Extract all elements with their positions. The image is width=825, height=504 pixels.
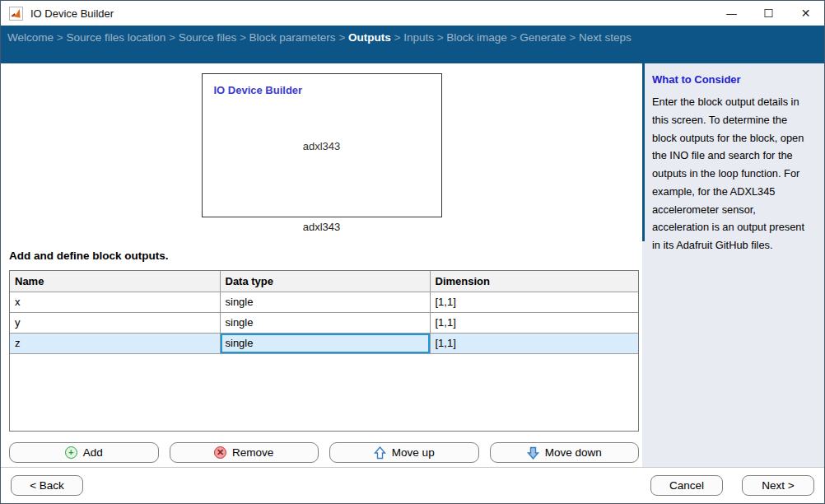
table-cell[interactable]: single [220,292,430,312]
table-row[interactable]: zsingle[1,1] [10,333,639,353]
arrow-up-icon [374,446,386,460]
outputs-table-body: xsingle[1,1]ysingle[1,1]zsingle[1,1] [10,292,639,353]
breadcrumb-item-block-parameters: Block parameters [249,31,336,44]
remove-button-label: Remove [232,446,273,459]
add-button-label: Add [83,446,103,459]
breadcrumb-item-source-files-location: Source files location [66,31,165,44]
help-sidebar: What to Consider Enter the block output … [642,63,824,467]
window-title: IO Device Builder [30,7,114,20]
breadcrumb-separator: > [434,31,446,44]
window-controls: — ☐ ✕ [713,1,824,26]
breadcrumb-item-block-image: Block image [446,31,507,44]
arrow-down-icon [527,446,539,460]
table-cell[interactable]: single [220,312,430,333]
main-panel: IO Device Builder adxl343 adxl343 Add an… [1,63,642,467]
move-up-button-label: Move up [392,446,435,459]
breadcrumb-separator: > [507,31,520,44]
minimize-button[interactable]: — [713,1,750,26]
breadcrumb-item-outputs: Outputs [348,31,391,44]
table-row[interactable]: ysingle[1,1] [10,312,639,333]
move-down-button-label: Move down [545,446,602,459]
footer-right: Cancel Next > [650,475,814,496]
table-cell[interactable]: [1,1] [430,333,639,353]
block-preview-label: adxl343 [303,139,341,152]
breadcrumb-item-generate: Generate [520,31,566,44]
close-button[interactable]: ✕ [787,1,824,26]
sidebar-title: What to Consider [652,73,814,86]
matlab-app-icon [9,7,23,21]
breadcrumb: Welcome > Source files location > Source… [1,26,824,63]
remove-icon: ✕ [214,446,226,459]
column-header-data-type[interactable]: Data type [220,271,430,292]
breadcrumb-separator: > [336,31,348,44]
column-header-dimension[interactable]: Dimension [430,271,639,292]
move-down-button[interactable]: Move down [490,442,640,463]
move-up-button[interactable]: Move up [329,442,479,463]
table-actions: + Add ✕ Remove Move up Mov [9,442,639,463]
table-cell[interactable]: single [220,333,430,353]
breadcrumb-separator: > [236,31,249,44]
body: IO Device Builder adxl343 adxl343 Add an… [1,63,824,467]
table-header-row: Name Data type Dimension [10,271,639,292]
remove-button[interactable]: ✕ Remove [170,442,319,463]
add-icon: + [65,446,77,459]
breadcrumb-separator: > [391,31,403,44]
next-button[interactable]: Next > [742,475,814,496]
breadcrumb-item-welcome: Welcome [7,31,54,44]
block-preview-zone: IO Device Builder adxl343 adxl343 [1,63,642,233]
sidebar-help-text: Enter the block output details in this s… [652,93,814,254]
instruction-label: Add and define block outputs. [9,250,642,262]
breadcrumb-item-next-steps: Next steps [579,31,632,44]
table-cell[interactable]: x [10,292,220,312]
outputs-table[interactable]: Name Data type Dimension xsingle[1,1]ysi… [9,270,639,432]
footer: < Back Cancel Next > [1,467,824,503]
cancel-button[interactable]: Cancel [650,475,723,496]
table-cell[interactable]: [1,1] [430,312,639,333]
table-cell[interactable]: z [10,333,220,353]
breadcrumb-separator: > [54,31,66,44]
maximize-button[interactable]: ☐ [750,1,787,26]
breadcrumb-separator: > [165,31,178,44]
table-row[interactable]: xsingle[1,1] [10,292,639,312]
add-button[interactable]: + Add [9,442,159,463]
block-preview: IO Device Builder adxl343 [202,73,442,217]
table-cell[interactable]: [1,1] [430,292,639,312]
table-cell[interactable]: y [10,312,220,333]
block-preview-caption: adxl343 [1,221,642,233]
io-device-builder-window: IO Device Builder — ☐ ✕ Welcome > Source… [0,0,825,504]
back-button[interactable]: < Back [11,475,83,496]
block-preview-header: IO Device Builder [214,84,303,96]
breadcrumb-separator: > [566,31,579,44]
column-header-name[interactable]: Name [10,271,220,292]
titlebar: IO Device Builder — ☐ ✕ [1,1,824,26]
breadcrumb-item-inputs: Inputs [403,31,434,44]
breadcrumb-item-source-files: Source files [179,31,237,44]
